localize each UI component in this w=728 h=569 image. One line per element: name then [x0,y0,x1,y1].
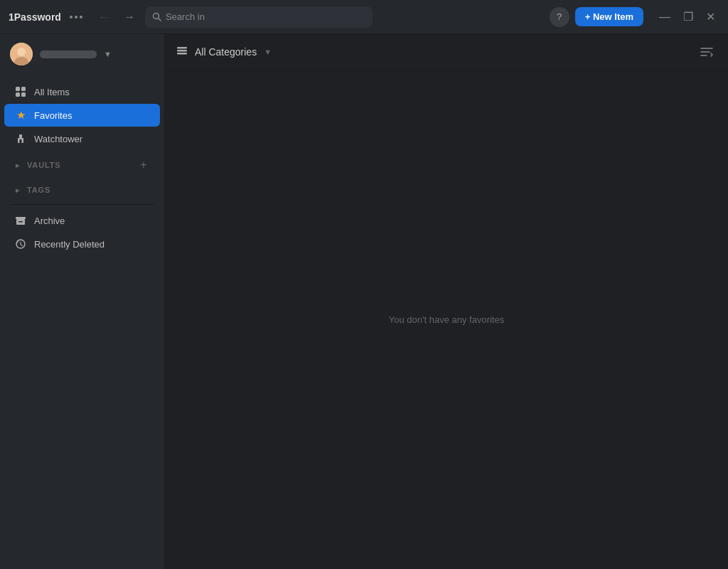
svg-rect-5 [16,87,20,91]
svg-rect-9 [19,134,22,138]
vaults-section-header[interactable]: ► VAULTS + [4,153,160,177]
window-controls: — ❐ ✕ [655,9,719,25]
content-area: All Categories ▼ You don't have any favo… [165,34,728,569]
maximize-button[interactable]: ❐ [679,9,697,25]
titlebar-right: ? + New Item [550,7,643,27]
new-item-button[interactable]: + New Item [575,7,643,26]
all-items-label: All Items [34,87,70,97]
empty-message: You don't have any favorites [389,314,504,325]
close-button[interactable]: ✕ [702,9,719,25]
tags-section-header[interactable]: ► TAGS [4,180,160,200]
svg-rect-7 [16,92,20,97]
sort-button[interactable] [697,43,717,61]
sidebar-item-favorites[interactable]: ★ Favorites [4,104,160,127]
app-title: 1Password [9,11,61,23]
sidebar: ▼ All Items ★ Favorites [0,34,165,569]
search-placeholder: Search in [166,11,205,22]
help-button[interactable]: ? [550,7,569,27]
svg-rect-17 [177,50,187,52]
archive-icon [14,214,27,227]
svg-rect-8 [21,92,26,97]
recently-deleted-icon [14,238,27,250]
svg-point-3 [17,48,26,56]
vaults-chevron-icon: ► [14,161,21,169]
watchtower-icon [14,132,27,145]
recently-deleted-label: Recently Deleted [34,239,105,250]
titlebar: 1Password ← → Search in ? + New Item — ❐… [0,0,728,34]
minimize-button[interactable]: — [655,9,675,25]
category-chevron-icon: ▼ [264,48,272,56]
favorites-label: Favorites [34,110,72,121]
sidebar-item-all-items[interactable]: All Items [4,80,160,103]
grid-icon [14,85,27,98]
sidebar-divider [10,204,154,205]
sidebar-item-watchtower[interactable]: Watchtower [4,127,160,150]
vaults-label: VAULTS [27,161,132,169]
svg-rect-11 [20,139,22,143]
svg-rect-14 [18,221,23,223]
tags-label: TAGS [27,186,150,194]
category-icon [176,45,188,59]
archive-label: Archive [34,216,65,226]
username-bar [40,50,97,58]
main-layout: ▼ All Items ★ Favorites [0,34,728,569]
search-icon [152,12,161,21]
forward-button[interactable]: → [119,8,139,26]
svg-rect-6 [21,87,26,91]
back-button[interactable]: ← [94,8,114,26]
svg-line-1 [158,18,161,21]
sidebar-item-archive[interactable]: Archive [4,209,160,232]
category-label: All Categories [195,46,257,58]
sidebar-nav: All Items ★ Favorites Watchtower ► [0,74,164,569]
user-chevron-icon: ▼ [104,50,112,58]
add-vault-button[interactable]: + [137,159,150,171]
watchtower-label: Watchtower [34,134,82,144]
more-options-button[interactable] [70,16,82,18]
content-header: All Categories ▼ [165,34,728,70]
svg-rect-18 [177,53,187,55]
avatar [10,43,33,65]
tags-chevron-icon: ► [14,186,21,194]
search-bar[interactable]: Search in [145,6,373,28]
sidebar-item-recently-deleted[interactable]: Recently Deleted [4,233,160,255]
svg-rect-12 [16,217,26,219]
content-main: You don't have any favorites [165,70,728,569]
star-icon: ★ [14,109,27,122]
svg-rect-16 [177,47,187,49]
user-section[interactable]: ▼ [0,34,164,74]
